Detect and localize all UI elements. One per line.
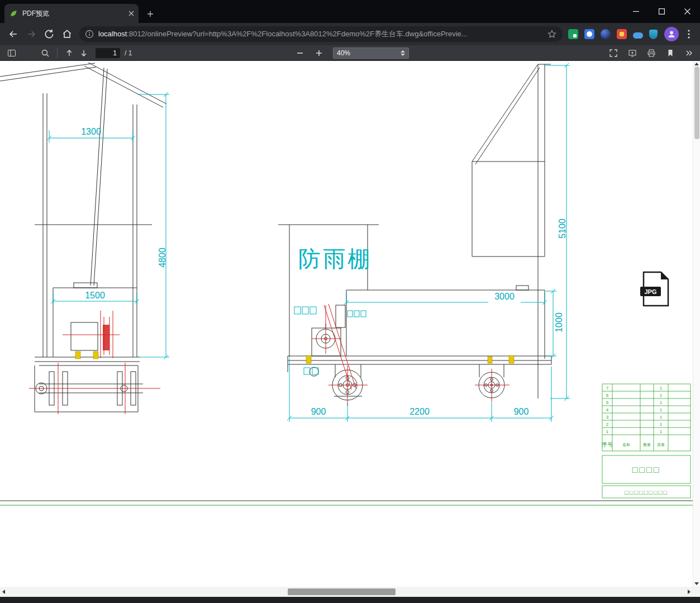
extension-colorful-icon[interactable] [617, 29, 627, 39]
profile-avatar[interactable] [664, 27, 679, 41]
title-block-header-name: 名称 [622, 443, 630, 447]
zoom-out-icon[interactable] [293, 46, 307, 60]
jpg-badge-label: JPG [644, 288, 656, 295]
minimize-button[interactable] [623, 0, 649, 23]
next-page-icon[interactable] [77, 46, 91, 60]
more-tools-icon[interactable] [682, 46, 697, 60]
bookmark-star-icon[interactable] [547, 29, 557, 39]
pdf-viewer-toolbar: 1 / 1 40% [0, 45, 700, 61]
title-block-header-mass: 质量 [657, 443, 665, 447]
maximize-button[interactable] [649, 0, 674, 23]
scroll-left-icon[interactable] [2, 590, 5, 594]
url-path: :8012/onlinePreview?url=http%3A%2F%2Floc… [127, 30, 467, 38]
page-info-icon[interactable] [85, 30, 94, 39]
canopy-label: 防雨棚 [298, 246, 372, 271]
title-block-row-number: 4 [606, 407, 609, 412]
dim-front-overhang: 900 [514, 407, 529, 416]
extension-shield-icon[interactable] [649, 30, 658, 39]
title-block-row-number: 7 [606, 386, 609, 391]
title-block-row-qty: 1 [660, 415, 663, 420]
scroll-down-icon[interactable] [694, 582, 699, 585]
dim-box-length: 3000 [494, 292, 515, 301]
title-block-header-qty: 数量 [643, 443, 651, 447]
zoom-spinner-icon [401, 50, 405, 56]
window-controls [623, 0, 700, 23]
pdf-toolbar-right [606, 45, 697, 61]
title-block-title: □□□□ [632, 465, 661, 474]
cad-side-view: 防雨棚 3000 1000 5100 900 2200 900 [278, 63, 570, 422]
title-block-footer: □□□□□□□□□ [625, 489, 668, 496]
title-block-row-number: 5 [606, 400, 609, 405]
print-icon[interactable] [644, 46, 659, 60]
dim-wheelbase: 2200 [409, 407, 430, 416]
tab-favicon-leaf-icon [9, 9, 18, 18]
scrollbar-corner [693, 587, 700, 597]
zoom-select[interactable]: 40% [333, 48, 409, 59]
title-block-row-number: 6 [606, 393, 609, 398]
dim-front-height: 4800 [158, 248, 167, 268]
extension-globe-icon[interactable] [601, 29, 611, 39]
new-tab-button[interactable] [143, 7, 158, 21]
title-block-row-qty: 1 [660, 386, 663, 391]
browser-titlebar: PDF预览 [0, 0, 700, 23]
scroll-right-icon[interactable] [688, 590, 691, 594]
page-number-input[interactable]: 1 [96, 48, 120, 58]
url-text: localhost:8012/onlinePreview?url=http%3A… [98, 29, 547, 39]
dim-front-body-width: 1500 [85, 291, 105, 300]
url-host: localhost [98, 30, 127, 38]
title-block-row-number: 1 [606, 429, 609, 434]
toolbar-divider [57, 49, 58, 58]
pdf-toolbar-left: 1 / 1 [0, 45, 132, 60]
extension-cloud-icon[interactable] [633, 32, 643, 39]
extension-tampermonkey-icon[interactable] [568, 29, 578, 39]
window-bottom-edge [0, 597, 700, 603]
zoom-value: 40% [337, 49, 401, 57]
search-icon[interactable] [38, 46, 53, 60]
dim-front-top-width: 1300 [81, 127, 101, 136]
jpg-file-icon: JPG [640, 272, 668, 306]
extension-translate-icon[interactable] [584, 29, 594, 39]
browser-tab[interactable]: PDF预览 [4, 4, 139, 23]
dim-side-height: 5100 [558, 219, 567, 239]
address-bar[interactable]: localhost:8012/onlinePreview?url=http%3A… [79, 26, 563, 42]
browser-menu-icon[interactable] [682, 25, 696, 43]
sidebar-toggle-icon[interactable] [4, 46, 19, 60]
tab-title: PDF预览 [22, 9, 128, 18]
close-window-button[interactable] [674, 0, 700, 23]
title-block-row-qty: 1 [660, 429, 663, 434]
extensions-row [568, 29, 658, 39]
drawing-title-block: 7 6 5 4 3 2 1 1 1 1 1 1 1 1 序号 名称 数量 质量 … [602, 384, 691, 498]
zoom-in-icon[interactable] [312, 46, 326, 60]
tab-close-icon[interactable] [128, 11, 134, 16]
home-button[interactable] [58, 25, 76, 43]
fit-screen-icon[interactable] [606, 46, 621, 60]
forward-button[interactable] [22, 25, 40, 43]
title-block-row-qty: 1 [660, 393, 663, 398]
title-block-header-seq: 序号 [602, 441, 613, 448]
zoom-controls: 40% [293, 45, 409, 61]
back-button[interactable] [4, 25, 22, 43]
browser-navbar: localhost:8012/onlinePreview?url=http%3A… [0, 23, 700, 45]
sheet-border [0, 501, 693, 505]
dim-rear-overhang: 900 [311, 407, 326, 416]
horizontal-scroll-thumb[interactable] [288, 588, 396, 595]
dim-box-height: 1000 [554, 312, 564, 333]
title-block-row-qty: 1 [660, 407, 663, 412]
title-block-row-qty: 1 [660, 422, 663, 427]
reload-button[interactable] [40, 25, 58, 43]
title-block-row-number: 2 [606, 422, 609, 427]
title-block-row-qty: 1 [660, 400, 663, 405]
horizontal-scrollbar[interactable] [0, 587, 693, 597]
previous-page-icon[interactable] [62, 46, 77, 60]
pdf-page-canvas: 1300 1500 4800 防雨棚 3000 1000 5100 900 [0, 61, 693, 587]
title-block-row-number: 3 [606, 415, 609, 420]
presentation-icon[interactable] [625, 46, 640, 60]
scroll-up-icon[interactable] [694, 63, 699, 65]
cad-front-view: 1300 1500 4800 [0, 63, 169, 414]
vertical-scrollbar[interactable] [693, 61, 700, 587]
cad-drawing: 1300 1500 4800 防雨棚 3000 1000 5100 900 [0, 61, 693, 587]
save-bookmark-icon[interactable] [663, 46, 678, 60]
page-count-label: / 1 [125, 49, 132, 57]
vertical-scroll-thumb[interactable] [694, 67, 699, 139]
